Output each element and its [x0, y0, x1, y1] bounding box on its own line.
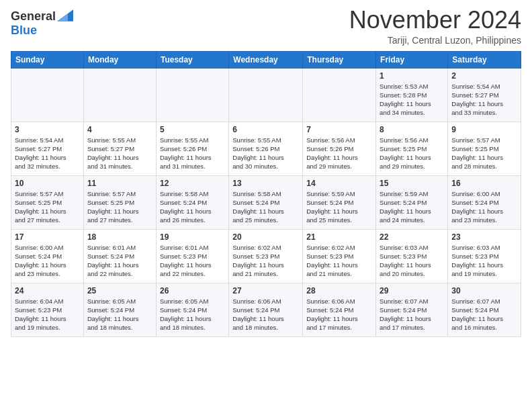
calendar-cell: 27Sunrise: 6:06 AM Sunset: 5:24 PM Dayli… [229, 283, 303, 336]
calendar-cell: 5Sunrise: 5:55 AM Sunset: 5:26 PM Daylig… [156, 122, 228, 175]
day-number: 21 [306, 232, 372, 242]
logo: General Blue [11, 7, 73, 38]
calendar-cell: 3Sunrise: 5:54 AM Sunset: 5:27 PM Daylig… [11, 122, 84, 175]
weekday-header: Wednesday [229, 51, 303, 68]
calendar-cell: 15Sunrise: 5:59 AM Sunset: 5:24 PM Dayli… [376, 175, 448, 229]
day-info: Sunrise: 5:55 AM Sunset: 5:26 PM Dayligh… [160, 136, 225, 171]
day-info: Sunrise: 5:53 AM Sunset: 5:28 PM Dayligh… [380, 82, 444, 118]
calendar-cell: 8Sunrise: 5:56 AM Sunset: 5:25 PM Daylig… [376, 122, 448, 175]
calendar-cell: 18Sunrise: 6:01 AM Sunset: 5:24 PM Dayli… [83, 229, 156, 283]
calendar-cell: 17Sunrise: 6:00 AM Sunset: 5:24 PM Dayli… [11, 229, 84, 283]
calendar-cell: 19Sunrise: 6:01 AM Sunset: 5:23 PM Dayli… [156, 229, 228, 283]
day-number: 22 [380, 232, 444, 242]
day-info: Sunrise: 5:54 AM Sunset: 5:27 PM Dayligh… [451, 82, 517, 118]
day-info: Sunrise: 5:59 AM Sunset: 5:24 PM Dayligh… [380, 189, 444, 225]
logo-icon [57, 9, 73, 21]
calendar-cell: 14Sunrise: 5:59 AM Sunset: 5:24 PM Dayli… [303, 175, 376, 229]
day-number: 7 [306, 125, 372, 134]
day-number: 8 [380, 125, 444, 134]
day-number: 12 [160, 179, 225, 188]
calendar-cell: 1Sunrise: 5:53 AM Sunset: 5:28 PM Daylig… [376, 68, 448, 122]
day-info: Sunrise: 6:00 AM Sunset: 5:24 PM Dayligh… [451, 189, 517, 225]
day-info: Sunrise: 5:57 AM Sunset: 5:25 PM Dayligh… [15, 189, 80, 225]
calendar-header-row: SundayMondayTuesdayWednesdayThursdayFrid… [11, 51, 521, 68]
day-number: 3 [15, 125, 80, 134]
day-info: Sunrise: 6:01 AM Sunset: 5:23 PM Dayligh… [160, 243, 225, 279]
calendar-cell: 16Sunrise: 6:00 AM Sunset: 5:24 PM Dayli… [448, 175, 521, 229]
day-number: 26 [160, 286, 225, 295]
weekday-header: Friday [376, 51, 448, 68]
calendar-cell [229, 68, 303, 122]
calendar-cell: 25Sunrise: 6:05 AM Sunset: 5:24 PM Dayli… [83, 283, 156, 336]
day-number: 20 [232, 232, 299, 242]
day-number: 29 [380, 286, 444, 295]
day-info: Sunrise: 6:03 AM Sunset: 5:23 PM Dayligh… [380, 243, 444, 279]
calendar-cell: 30Sunrise: 6:07 AM Sunset: 5:24 PM Dayli… [448, 283, 521, 336]
day-info: Sunrise: 5:54 AM Sunset: 5:27 PM Dayligh… [15, 136, 80, 171]
day-number: 9 [451, 125, 517, 134]
page: General Blue November 2024 Tariji, Centr… [0, 0, 532, 348]
header-right: November 2024 Tariji, Central Luzon, Phi… [349, 7, 521, 46]
header: General Blue November 2024 Tariji, Centr… [11, 7, 521, 46]
calendar-week-row: 1Sunrise: 5:53 AM Sunset: 5:28 PM Daylig… [11, 68, 521, 122]
calendar-cell: 22Sunrise: 6:03 AM Sunset: 5:23 PM Dayli… [376, 229, 448, 283]
calendar-cell: 2Sunrise: 5:54 AM Sunset: 5:27 PM Daylig… [448, 68, 521, 122]
day-info: Sunrise: 5:58 AM Sunset: 5:24 PM Dayligh… [160, 189, 225, 225]
weekday-header: Sunday [11, 51, 84, 68]
day-info: Sunrise: 5:55 AM Sunset: 5:26 PM Dayligh… [232, 136, 299, 171]
day-info: Sunrise: 5:56 AM Sunset: 5:26 PM Dayligh… [306, 136, 372, 171]
calendar-week-row: 3Sunrise: 5:54 AM Sunset: 5:27 PM Daylig… [11, 122, 521, 175]
month-title: November 2024 [349, 7, 521, 34]
day-number: 23 [451, 232, 517, 242]
calendar-cell [11, 68, 84, 122]
day-number: 4 [87, 125, 152, 134]
logo-text: General [11, 9, 73, 24]
calendar-cell: 21Sunrise: 6:02 AM Sunset: 5:23 PM Dayli… [303, 229, 376, 283]
calendar-table: SundayMondayTuesdayWednesdayThursdayFrid… [11, 51, 521, 337]
weekday-header: Saturday [448, 51, 521, 68]
calendar-week-row: 10Sunrise: 5:57 AM Sunset: 5:25 PM Dayli… [11, 175, 521, 229]
calendar-week-row: 24Sunrise: 6:04 AM Sunset: 5:23 PM Dayli… [11, 283, 521, 336]
day-number: 25 [87, 286, 152, 295]
calendar-cell: 11Sunrise: 5:57 AM Sunset: 5:25 PM Dayli… [83, 175, 156, 229]
calendar-cell [156, 68, 228, 122]
weekday-header: Thursday [303, 51, 376, 68]
day-info: Sunrise: 6:02 AM Sunset: 5:23 PM Dayligh… [306, 243, 372, 279]
day-number: 5 [160, 125, 225, 134]
day-number: 10 [15, 179, 80, 188]
day-number: 28 [306, 286, 372, 295]
day-number: 14 [306, 179, 372, 188]
weekday-header: Tuesday [156, 51, 228, 68]
calendar-cell: 7Sunrise: 5:56 AM Sunset: 5:26 PM Daylig… [303, 122, 376, 175]
location: Tariji, Central Luzon, Philippines [349, 35, 521, 46]
day-number: 24 [15, 286, 80, 295]
calendar-cell: 28Sunrise: 6:06 AM Sunset: 5:24 PM Dayli… [303, 283, 376, 336]
day-number: 13 [232, 179, 299, 188]
calendar-cell [303, 68, 376, 122]
day-info: Sunrise: 5:55 AM Sunset: 5:27 PM Dayligh… [87, 136, 152, 171]
calendar-cell: 20Sunrise: 6:02 AM Sunset: 5:23 PM Dayli… [229, 229, 303, 283]
day-number: 18 [87, 232, 152, 242]
day-number: 16 [451, 179, 517, 188]
calendar-cell: 23Sunrise: 6:03 AM Sunset: 5:23 PM Dayli… [448, 229, 521, 283]
day-info: Sunrise: 6:01 AM Sunset: 5:24 PM Dayligh… [87, 243, 152, 279]
calendar-cell: 26Sunrise: 6:05 AM Sunset: 5:24 PM Dayli… [156, 283, 228, 336]
calendar-cell: 4Sunrise: 5:55 AM Sunset: 5:27 PM Daylig… [83, 122, 156, 175]
day-info: Sunrise: 5:57 AM Sunset: 5:25 PM Dayligh… [451, 136, 517, 171]
calendar-week-row: 17Sunrise: 6:00 AM Sunset: 5:24 PM Dayli… [11, 229, 521, 283]
calendar-cell: 13Sunrise: 5:58 AM Sunset: 5:24 PM Dayli… [229, 175, 303, 229]
day-number: 11 [87, 179, 152, 188]
calendar-cell: 24Sunrise: 6:04 AM Sunset: 5:23 PM Dayli… [11, 283, 84, 336]
logo-general: General [11, 9, 56, 24]
day-info: Sunrise: 5:57 AM Sunset: 5:25 PM Dayligh… [87, 189, 152, 225]
day-info: Sunrise: 6:06 AM Sunset: 5:24 PM Dayligh… [306, 297, 372, 332]
day-info: Sunrise: 5:59 AM Sunset: 5:24 PM Dayligh… [306, 189, 372, 225]
day-info: Sunrise: 6:02 AM Sunset: 5:23 PM Dayligh… [232, 243, 299, 279]
calendar-cell [83, 68, 156, 122]
logo-blue: Blue [11, 24, 37, 38]
day-number: 30 [451, 286, 517, 295]
day-number: 6 [232, 125, 299, 134]
calendar-cell: 29Sunrise: 6:07 AM Sunset: 5:24 PM Dayli… [376, 283, 448, 336]
day-info: Sunrise: 5:58 AM Sunset: 5:24 PM Dayligh… [232, 189, 299, 225]
day-info: Sunrise: 5:56 AM Sunset: 5:25 PM Dayligh… [380, 136, 444, 171]
